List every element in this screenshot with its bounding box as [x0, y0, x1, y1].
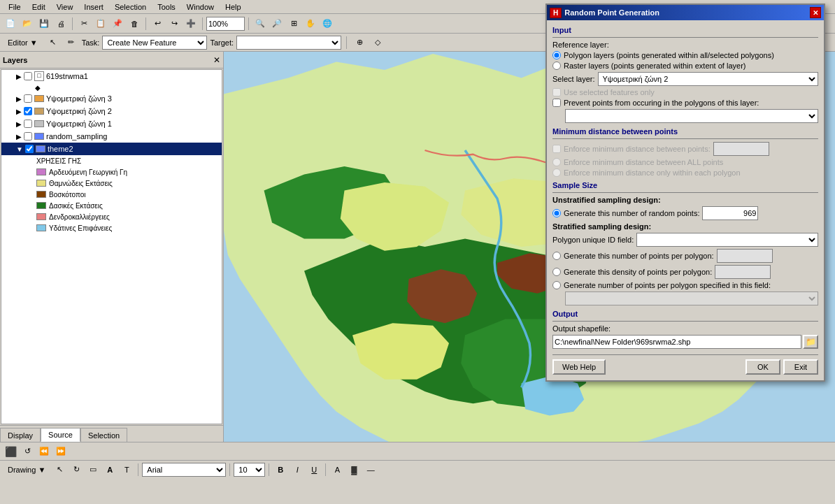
- layers-title: Layers: [3, 56, 27, 64]
- polygon-uid-combo[interactable]: [636, 233, 818, 247]
- checkbox-619[interactable]: [24, 72, 32, 80]
- gen-density-radio[interactable]: [552, 268, 561, 276]
- print-btn[interactable]: 🖨: [53, 16, 69, 31]
- nav-btn-3[interactable]: ⏪: [36, 444, 52, 459]
- italic-btn[interactable]: I: [290, 462, 305, 477]
- paste-btn[interactable]: 📌: [110, 16, 125, 31]
- menu-selection[interactable]: Selection: [109, 1, 152, 13]
- radio-polygon[interactable]: [552, 51, 561, 59]
- menu-view[interactable]: View: [51, 1, 79, 13]
- cut-btn[interactable]: ✂: [76, 16, 92, 31]
- gen-field-radio[interactable]: [552, 281, 561, 289]
- globe-btn[interactable]: 🌐: [320, 16, 335, 31]
- dialog-close-btn[interactable]: ✕: [810, 7, 821, 18]
- zoom-out-btn[interactable]: 🔎: [269, 16, 285, 31]
- color-btn[interactable]: A: [329, 462, 345, 477]
- vertex-btn[interactable]: ◇: [370, 35, 385, 50]
- ok-btn[interactable]: OK: [745, 359, 780, 375]
- target-select[interactable]: [236, 36, 341, 50]
- enforce1-checkbox[interactable]: [552, 145, 561, 153]
- menu-window[interactable]: Window: [181, 1, 220, 13]
- tab-source[interactable]: Source: [41, 428, 80, 442]
- legend-item-5: Δενδροκαλλιέργειες: [1, 211, 222, 222]
- underline-btn[interactable]: U: [306, 462, 322, 477]
- use-selected-label: Use selected features only: [564, 88, 655, 96]
- prevent-checkbox[interactable]: [552, 99, 561, 107]
- layer-item-ypso1[interactable]: ▶ Υψομετρική ζώνη 1: [1, 117, 222, 130]
- layers-header: Layers ✕: [0, 52, 223, 69]
- layer-item-ypso3[interactable]: ▶ Υψομετρική ζώνη 3: [1, 92, 222, 105]
- nav-btn-1[interactable]: ⬛: [3, 444, 18, 459]
- menu-tools[interactable]: Tools: [152, 1, 181, 13]
- cursor-btn[interactable]: ↖: [52, 462, 67, 477]
- gen-field-combo-row: [552, 291, 818, 305]
- new-btn[interactable]: 📄: [3, 16, 18, 31]
- tab-display[interactable]: Display: [0, 428, 41, 442]
- undo-btn[interactable]: ↩: [150, 16, 165, 31]
- gen-per-polygon-input[interactable]: [717, 249, 773, 263]
- layer-item-ypso2[interactable]: ▶ Υψομετρική ζώνη 2: [1, 105, 222, 117]
- rotate-btn[interactable]: ↻: [69, 462, 84, 477]
- open-btn[interactable]: 📂: [20, 16, 35, 31]
- font-select[interactable]: Arial: [142, 463, 226, 477]
- checkbox-theme2[interactable]: [25, 145, 34, 153]
- zoom-extent-btn[interactable]: ⊞: [286, 16, 301, 31]
- menu-file[interactable]: File: [3, 1, 27, 13]
- text-tool-btn[interactable]: T: [119, 462, 134, 477]
- edit-tool[interactable]: ✏: [64, 35, 79, 50]
- zoom-in-btn[interactable]: 🔍: [252, 16, 268, 31]
- copy-btn[interactable]: 📋: [93, 16, 108, 31]
- fill-btn[interactable]: ▓: [346, 462, 362, 477]
- layer-item-theme2[interactable]: ▼ theme2: [1, 143, 222, 155]
- select-layer-combo[interactable]: Υψομετρική ζώνη 2: [598, 72, 818, 86]
- enforce2-radio[interactable]: [552, 158, 561, 166]
- gen-random-radio[interactable]: [552, 209, 561, 217]
- font-size-select[interactable]: 10: [234, 463, 265, 477]
- task-select[interactable]: Create New Feature: [102, 36, 207, 50]
- exit-btn[interactable]: Exit: [783, 359, 818, 375]
- layer-item-random[interactable]: ▶ random_sampling: [1, 130, 222, 143]
- gen-random-input[interactable]: 969: [702, 206, 758, 220]
- arrow-tool[interactable]: ↖: [45, 35, 61, 50]
- browse-btn[interactable]: [803, 335, 818, 349]
- add-btn[interactable]: ➕: [183, 16, 199, 31]
- menu-insert[interactable]: Insert: [78, 1, 109, 13]
- editor-dropdown[interactable]: Editor ▼: [3, 35, 43, 50]
- legend-swatch-4: [36, 202, 46, 209]
- input-section-label: Input: [552, 26, 818, 34]
- snap-btn[interactable]: ⊕: [352, 35, 367, 50]
- text-btn[interactable]: A: [102, 462, 117, 477]
- save-btn[interactable]: 💾: [36, 16, 52, 31]
- nav-btn-2[interactable]: ↺: [20, 444, 35, 459]
- checkbox-ypso1[interactable]: [24, 120, 32, 128]
- pan-btn[interactable]: ✋: [303, 16, 318, 31]
- checkbox-random[interactable]: [24, 132, 32, 141]
- menu-help[interactable]: Help: [220, 1, 247, 13]
- menu-edit[interactable]: Edit: [27, 1, 51, 13]
- radio-raster[interactable]: [552, 62, 561, 70]
- output-shapefile-input[interactable]: C:\newfinal\New Folder\969srwma2.shp: [552, 335, 801, 349]
- gen-density-input[interactable]: [715, 265, 771, 279]
- drawing-mode-btn[interactable]: Drawing ▼: [3, 462, 50, 477]
- checkbox-ypso3[interactable]: [24, 94, 32, 103]
- rect-btn[interactable]: ▭: [85, 462, 101, 477]
- prevent-combo[interactable]: [565, 109, 818, 123]
- gen-per-polygon-radio[interactable]: [552, 252, 561, 260]
- gen-field-combo[interactable]: [565, 291, 818, 305]
- dialog-btn-row: Web Help OK Exit: [552, 354, 818, 375]
- bold-btn[interactable]: B: [273, 462, 288, 477]
- nav-btn-4[interactable]: ⏩: [53, 444, 69, 459]
- delete-btn[interactable]: 🗑: [127, 16, 142, 31]
- enforce3-radio[interactable]: [552, 168, 561, 177]
- layers-close-btn[interactable]: ✕: [213, 55, 220, 65]
- redo-btn[interactable]: ↪: [166, 16, 182, 31]
- checkbox-ypso2[interactable]: [24, 107, 32, 115]
- line-btn[interactable]: —: [363, 462, 378, 477]
- target-label: Target:: [210, 38, 234, 47]
- enforce1-input[interactable]: [713, 142, 769, 156]
- tab-selection[interactable]: Selection: [80, 428, 127, 442]
- web-help-btn[interactable]: Web Help: [552, 359, 606, 375]
- layer-item-619[interactable]: ▶ □ 619strwma1: [1, 70, 222, 82]
- zoom-input[interactable]: 100%: [206, 17, 245, 31]
- use-selected-checkbox[interactable]: [552, 88, 561, 96]
